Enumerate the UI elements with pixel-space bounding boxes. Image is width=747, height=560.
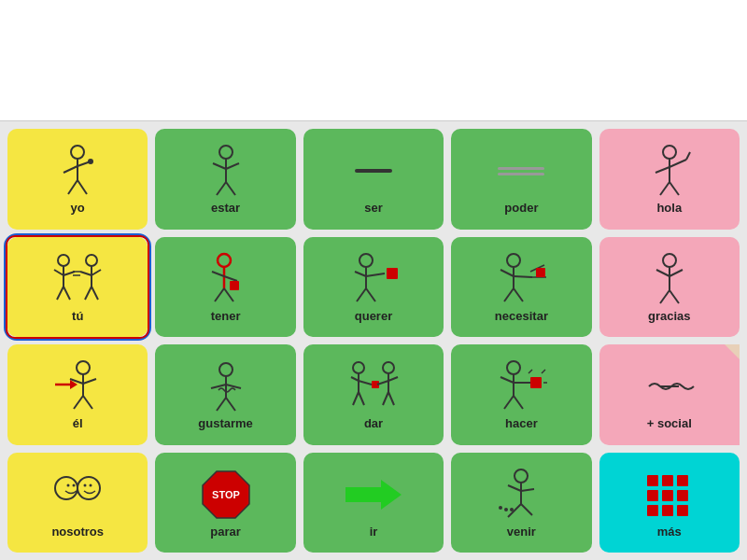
card-gracias[interactable]: gracias bbox=[599, 237, 740, 338]
card-nosotros-label: nosotros bbox=[51, 525, 104, 539]
svg-rect-128 bbox=[677, 490, 688, 501]
icon-tener bbox=[193, 251, 259, 307]
svg-line-25 bbox=[54, 270, 63, 275]
icon-el bbox=[45, 358, 110, 414]
card-hacer-label: hacer bbox=[505, 416, 538, 430]
svg-rect-123 bbox=[647, 475, 658, 486]
svg-line-21 bbox=[660, 182, 669, 195]
svg-point-81 bbox=[353, 362, 364, 373]
card-el[interactable]: él bbox=[7, 344, 148, 445]
card-tu[interactable]: tú bbox=[7, 237, 148, 338]
svg-point-0 bbox=[71, 146, 84, 159]
svg-point-16 bbox=[663, 146, 676, 159]
svg-rect-13 bbox=[355, 169, 392, 173]
svg-line-28 bbox=[63, 287, 70, 300]
svg-line-119 bbox=[521, 504, 532, 515]
card-dar[interactable]: dar bbox=[303, 344, 444, 445]
card-querer[interactable]: querer bbox=[303, 237, 444, 338]
icon-hola bbox=[637, 143, 702, 199]
svg-marker-113 bbox=[345, 480, 402, 510]
svg-point-44 bbox=[359, 254, 373, 267]
svg-line-55 bbox=[504, 288, 514, 301]
svg-line-84 bbox=[359, 381, 372, 385]
svg-line-91 bbox=[388, 377, 398, 381]
symbol-grid: yo estar ser bbox=[0, 121, 747, 560]
svg-line-92 bbox=[383, 392, 388, 405]
svg-line-86 bbox=[359, 392, 364, 405]
svg-line-41 bbox=[215, 288, 224, 301]
card-mas[interactable]: más bbox=[599, 453, 740, 553]
card-yo[interactable]: yo bbox=[7, 129, 148, 230]
card-gustarme[interactable]: gustarme bbox=[155, 344, 295, 445]
card-hola-label: hola bbox=[656, 201, 682, 215]
icon-dar bbox=[341, 358, 406, 414]
card-ir-label: ir bbox=[370, 525, 378, 539]
svg-line-65 bbox=[669, 290, 679, 303]
svg-rect-43 bbox=[230, 281, 239, 290]
card-estar[interactable]: estar bbox=[155, 129, 295, 230]
svg-point-94 bbox=[507, 361, 520, 374]
svg-line-22 bbox=[669, 182, 679, 195]
card-gustarme-label: gustarme bbox=[198, 416, 253, 430]
svg-line-80 bbox=[226, 398, 235, 411]
svg-point-121 bbox=[504, 508, 508, 511]
card-el-label: él bbox=[73, 416, 83, 430]
top-bar bbox=[0, 0, 747, 121]
card-parar-label: parar bbox=[210, 525, 241, 539]
icon-tu bbox=[45, 251, 110, 307]
card-hola[interactable]: hola bbox=[599, 129, 740, 230]
card-tener[interactable]: tener bbox=[155, 237, 295, 338]
card-poder-label: poder bbox=[504, 201, 538, 215]
svg-line-19 bbox=[686, 152, 690, 160]
svg-line-9 bbox=[213, 163, 226, 169]
svg-line-53 bbox=[500, 270, 514, 276]
card-venir[interactable]: venir bbox=[451, 453, 591, 553]
icon-social bbox=[637, 358, 702, 414]
svg-rect-127 bbox=[662, 490, 673, 501]
svg-line-98 bbox=[504, 396, 514, 409]
card-querer-label: querer bbox=[355, 309, 392, 323]
svg-line-20 bbox=[655, 167, 669, 173]
svg-line-102 bbox=[542, 370, 545, 373]
svg-line-18 bbox=[669, 160, 686, 167]
svg-point-109 bbox=[84, 483, 87, 486]
card-poder[interactable]: poder bbox=[451, 129, 591, 230]
svg-rect-100 bbox=[530, 377, 542, 388]
icon-hacer bbox=[488, 358, 554, 414]
card-social[interactable]: + social bbox=[599, 344, 740, 445]
svg-line-99 bbox=[514, 396, 523, 409]
icon-parar: STOP bbox=[193, 467, 259, 523]
svg-point-75 bbox=[219, 363, 233, 376]
icon-gustarme bbox=[193, 358, 259, 414]
svg-line-48 bbox=[357, 288, 366, 301]
svg-point-7 bbox=[219, 146, 233, 159]
svg-rect-125 bbox=[677, 475, 688, 486]
card-venir-label: venir bbox=[507, 525, 536, 539]
icon-ir bbox=[341, 467, 406, 523]
svg-line-5 bbox=[68, 180, 78, 194]
svg-rect-129 bbox=[647, 505, 658, 516]
card-dar-label: dar bbox=[364, 416, 383, 430]
svg-rect-124 bbox=[662, 475, 673, 486]
card-parar[interactable]: STOP parar bbox=[155, 453, 295, 553]
svg-rect-59 bbox=[536, 268, 545, 277]
card-necesitar-label: necesitar bbox=[495, 309, 548, 323]
svg-line-85 bbox=[353, 392, 359, 405]
svg-line-96 bbox=[500, 377, 514, 383]
card-mas-label: más bbox=[657, 525, 682, 539]
svg-line-40 bbox=[224, 276, 237, 281]
svg-point-23 bbox=[58, 255, 69, 266]
card-hacer[interactable]: hacer bbox=[451, 344, 591, 445]
svg-line-63 bbox=[669, 270, 683, 276]
svg-point-105 bbox=[55, 477, 78, 499]
svg-line-2 bbox=[63, 166, 78, 173]
card-ser[interactable]: ser bbox=[303, 129, 444, 230]
card-ir[interactable]: ir bbox=[303, 453, 444, 553]
card-social-label: + social bbox=[647, 416, 692, 430]
card-estar-label: estar bbox=[211, 201, 240, 215]
icon-venir bbox=[488, 467, 554, 523]
card-necesitar[interactable]: necesitar bbox=[451, 237, 591, 338]
svg-line-49 bbox=[366, 288, 375, 301]
svg-line-70 bbox=[83, 379, 96, 384]
card-nosotros[interactable]: nosotros bbox=[7, 453, 148, 553]
